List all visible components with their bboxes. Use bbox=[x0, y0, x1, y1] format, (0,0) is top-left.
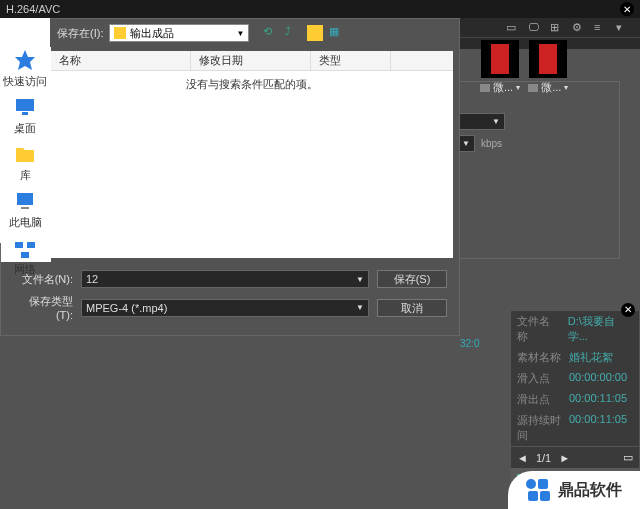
svg-marker-0 bbox=[15, 50, 35, 70]
dropdown-icon[interactable]: ▾ bbox=[616, 21, 630, 35]
savetype-dropdown[interactable]: MPEG-4 (*.mp4)▼ bbox=[81, 299, 369, 317]
chevron-down-icon: ▼ bbox=[237, 29, 245, 38]
places-sidebar: 快速访问 桌面 库 此电脑 网络 bbox=[0, 18, 50, 243]
cancel-button[interactable]: 取消 bbox=[377, 299, 447, 317]
watermark-logo-icon bbox=[526, 479, 550, 501]
clip-thumb-2[interactable]: 微...▾ bbox=[528, 40, 568, 95]
sidebar-network[interactable]: 网络 bbox=[13, 236, 37, 277]
svg-rect-1 bbox=[16, 99, 34, 111]
window-title: H.264/AVC bbox=[6, 3, 60, 15]
next-icon[interactable]: ► bbox=[559, 452, 570, 464]
save-in-value: 输出成品 bbox=[130, 26, 174, 41]
save-dialog: 保存在(I): 输出成品 ▼ ⟲ ⤴ ▦ 名称 修改日期 类型 没有与搜索条件匹… bbox=[0, 18, 460, 336]
sidebar-library[interactable]: 库 bbox=[13, 142, 37, 183]
col-modified[interactable]: 修改日期 bbox=[191, 51, 311, 70]
empty-message: 没有与搜索条件匹配的项。 bbox=[51, 71, 453, 98]
save-button[interactable]: 保存(S) bbox=[377, 270, 447, 288]
watermark: 鼎品软件 bbox=[508, 471, 640, 509]
svg-rect-6 bbox=[27, 242, 35, 248]
svg-rect-2 bbox=[22, 112, 28, 115]
layout-icon[interactable]: ▭ bbox=[623, 451, 633, 464]
sidebar-desktop[interactable]: 桌面 bbox=[13, 95, 37, 136]
list-icon[interactable]: ≡ bbox=[594, 21, 608, 35]
svg-rect-3 bbox=[17, 193, 33, 205]
col-name[interactable]: 名称 bbox=[51, 51, 191, 70]
sidebar-quick[interactable]: 快速访问 bbox=[3, 48, 47, 89]
timeline-marker: 32:0 bbox=[460, 338, 510, 349]
camera-icon bbox=[480, 84, 490, 92]
new-folder-icon[interactable] bbox=[307, 25, 323, 41]
svg-rect-4 bbox=[21, 207, 29, 209]
file-list[interactable]: 名称 修改日期 类型 没有与搜索条件匹配的项。 bbox=[51, 51, 453, 258]
close-icon[interactable]: ✕ bbox=[620, 2, 634, 16]
folder-icon bbox=[114, 27, 126, 39]
save-in-dropdown[interactable]: 输出成品 ▼ bbox=[109, 24, 249, 42]
clip-thumb-1[interactable]: 微...▾ bbox=[480, 40, 520, 95]
properties-panel: ✕ 文件名称D:\我要自学... 素材名称婚礼花絮 滑入点00:00:00:00… bbox=[510, 310, 640, 492]
page-indicator: 1/1 bbox=[536, 452, 551, 464]
view-icon[interactable]: ▦ bbox=[329, 25, 345, 41]
svg-rect-7 bbox=[21, 252, 29, 258]
tool-icon[interactable]: ▭ bbox=[506, 21, 520, 35]
svg-rect-5 bbox=[15, 242, 23, 248]
col-type[interactable]: 类型 bbox=[311, 51, 391, 70]
prev-icon[interactable]: ◄ bbox=[517, 452, 528, 464]
back-icon[interactable]: ⟲ bbox=[263, 25, 279, 41]
panel-close-icon[interactable]: ✕ bbox=[621, 303, 635, 317]
savetype-label: 保存类型(T): bbox=[13, 294, 73, 321]
up-icon[interactable]: ⤴ bbox=[285, 25, 301, 41]
camera-icon bbox=[528, 84, 538, 92]
filename-input[interactable]: 12▼ bbox=[81, 270, 369, 288]
sidebar-pc[interactable]: 此电脑 bbox=[9, 189, 42, 230]
gear-icon[interactable]: ⚙ bbox=[572, 21, 586, 35]
monitor-icon[interactable]: 🖵 bbox=[528, 21, 542, 35]
grid-icon[interactable]: ⊞ bbox=[550, 21, 564, 35]
